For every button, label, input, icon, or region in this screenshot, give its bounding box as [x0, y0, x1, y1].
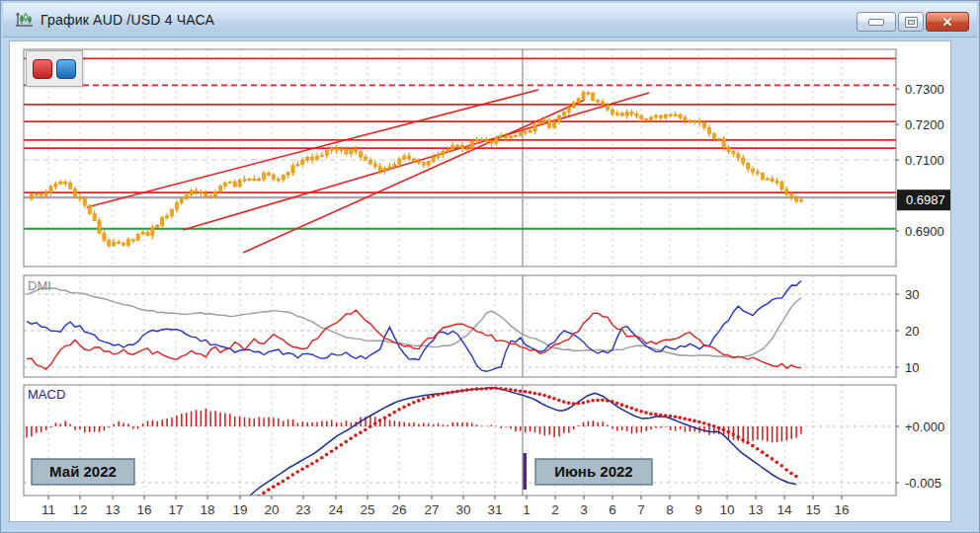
- x-tick-label: 1: [523, 502, 531, 517]
- chart-mini-toolbar: [26, 50, 83, 87]
- chart-canvas: 0.73000.72000.71000.69000.6987DMI302010М…: [10, 41, 950, 521]
- x-tick-label: 10: [719, 502, 734, 517]
- price-panel: 0.73000.72000.71000.69000.6987: [24, 49, 950, 266]
- x-tick-label: 2: [551, 502, 559, 517]
- x-tick-label: 13: [105, 502, 120, 517]
- minimize-button[interactable]: [857, 12, 896, 32]
- month-marker: Июнь 2022: [524, 453, 653, 490]
- close-icon: ✕: [942, 16, 953, 29]
- price-tick-label: 0.6900: [905, 224, 944, 239]
- dmi-panel: DMI302010: [24, 275, 919, 377]
- x-tick-label: 30: [455, 502, 470, 517]
- x-tick-label: 7: [637, 502, 645, 517]
- x-tick-label: 17: [168, 502, 183, 517]
- close-button[interactable]: ✕: [926, 12, 969, 32]
- x-tick-label: 25: [360, 502, 374, 517]
- price-tick-label: 0.7100: [905, 153, 944, 168]
- current-price-value: 0.6987: [906, 192, 945, 207]
- x-tick-label: 13: [748, 502, 763, 517]
- x-tick-label: 15: [805, 502, 820, 517]
- macd-panel: Май 2022Июнь 2022MACD+0.000-0.005: [19, 385, 945, 498]
- chart-window: График AUD /USD 4 ЧАСА ✕ 0.73000.72000.7…: [0, 0, 980, 533]
- maximize-button[interactable]: [898, 12, 924, 32]
- x-tick-label: 18: [200, 502, 214, 517]
- x-tick-label: 19: [232, 502, 247, 517]
- month-marker: Май 2022: [19, 453, 135, 490]
- chart-app-icon: [15, 11, 35, 29]
- price-tick-label: 0.7300: [905, 82, 944, 97]
- title-bar[interactable]: График AUD /USD 4 ЧАСА ✕: [3, 3, 977, 38]
- macd-tick-label: +0.000: [905, 419, 944, 434]
- dmi-tick-label: 30: [905, 287, 919, 302]
- window-title: График AUD /USD 4 ЧАСА: [41, 12, 214, 28]
- month-label: Июнь 2022: [554, 463, 632, 480]
- x-tick-label: 14: [776, 502, 792, 517]
- x-tick-label: 23: [295, 502, 310, 517]
- blue-marker-button[interactable]: [56, 59, 76, 79]
- x-tick-label: 11: [41, 502, 55, 517]
- dmi-tick-label: 20: [905, 324, 919, 339]
- x-tick-label: 16: [834, 502, 849, 517]
- macd-tick-label: -0.005: [905, 476, 941, 491]
- macd-label: MACD: [28, 387, 65, 402]
- x-axis: 1112131617181920232425262730311236789101…: [41, 495, 850, 517]
- x-tick-label: 16: [136, 502, 151, 517]
- price-tick-label: 0.7200: [905, 117, 944, 132]
- maximize-icon: [905, 17, 918, 28]
- x-tick-label: 6: [609, 502, 616, 517]
- x-tick-label: 24: [328, 502, 344, 517]
- x-tick-label: 20: [264, 502, 279, 517]
- red-marker-button[interactable]: [33, 59, 52, 79]
- x-tick-label: 3: [580, 502, 588, 517]
- x-tick-label: 12: [72, 502, 87, 517]
- x-tick-label: 27: [424, 502, 439, 517]
- x-tick-label: 8: [666, 502, 674, 517]
- dmi-tick-label: 10: [905, 360, 919, 375]
- x-tick-label: 26: [391, 502, 406, 517]
- minimize-icon: [868, 19, 884, 26]
- dmi-label: DMI: [28, 278, 51, 293]
- x-tick-label: 9: [694, 502, 702, 517]
- month-label: Май 2022: [49, 463, 117, 480]
- chart-client-area: 0.73000.72000.71000.69000.6987DMI302010М…: [9, 40, 951, 522]
- x-tick-label: 31: [487, 502, 502, 517]
